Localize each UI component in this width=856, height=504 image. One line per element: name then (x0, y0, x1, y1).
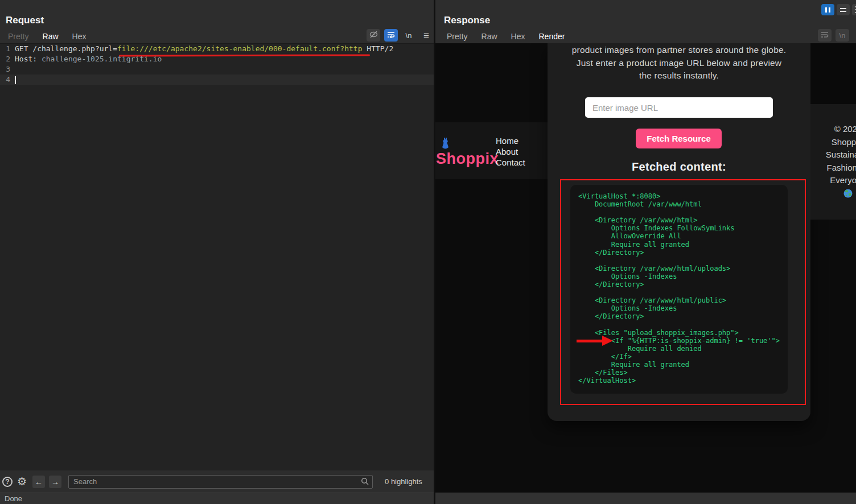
hide-nonprintable-button[interactable] (367, 29, 380, 42)
menu-bars-icon (840, 8, 846, 12)
pause-icon (825, 7, 827, 13)
host-header-value: challenge-1025.intigriti.io (42, 55, 162, 63)
window-control-buttons (821, 4, 856, 15)
line-number: 4 (0, 75, 10, 85)
search-input-wrap (68, 475, 373, 489)
eye-slash-icon (369, 30, 378, 41)
image-url-input[interactable] (585, 97, 773, 118)
line-number: 3 (0, 64, 10, 75)
footer-line: Everyone (791, 174, 856, 187)
request-line-2: 2Host: challenge-1025.intigriti.io (0, 54, 434, 64)
search-input[interactable] (68, 475, 373, 489)
line-number: 1 (0, 44, 10, 54)
soft-wrap-button[interactable] (384, 29, 398, 42)
search-previous-button[interactable]: ← (32, 476, 45, 488)
request-panel: Request Pretty Raw Hex \n ≡ (0, 0, 434, 493)
show-newlines-button[interactable]: \n (402, 29, 415, 42)
tab-request-hex[interactable]: Hex (65, 30, 93, 45)
shoppix-navbar: Shoppix Home About Contact (435, 122, 548, 179)
footer-text: © 2025 Shoppix. Sustainable Fashion for … (791, 123, 856, 201)
red-arrow-annotation (577, 340, 603, 342)
red-arrow-head (602, 336, 613, 346)
page-background-strip (810, 43, 856, 104)
fetched-content-heading: Fetched content: (548, 160, 810, 173)
host-header-name: Host: (15, 55, 42, 63)
hero-text: product images from partner stores aroun… (548, 44, 810, 82)
help-icon[interactable]: ? (2, 477, 13, 487)
soft-wrap-button-disabled[interactable] (818, 29, 832, 42)
newline-icon: \n (839, 31, 846, 40)
request-url-param: file:///etc/apache2/sites-enabled/000-de… (117, 44, 362, 53)
tab-response-hex[interactable]: Hex (504, 30, 532, 45)
globe-icon (791, 189, 856, 202)
soft-wrap-icon (387, 30, 395, 40)
hero-line-3: the results instantly. (548, 69, 810, 82)
hamburger-menu-icon: ≡ (423, 31, 429, 40)
nav-links: Home About Contact (496, 135, 525, 168)
request-line-1: 1GET /challenge.php?url=file:///etc/apac… (0, 44, 434, 54)
request-method-path: GET /challenge.php?url= (15, 44, 117, 53)
soft-wrap-icon (821, 30, 829, 40)
fetch-resource-button[interactable]: Fetch Resource (636, 129, 722, 148)
request-panel-title: Request (6, 15, 44, 26)
pause-button[interactable] (821, 4, 834, 15)
request-search-bar: ? ⚙ ← → 0 highlights (0, 470, 434, 493)
hero-line-1: product images from partner stores aroun… (548, 44, 810, 57)
response-menu-button[interactable]: ≡ (853, 29, 856, 42)
response-tabs: Pretty Raw Hex Render (440, 30, 571, 45)
tab-request-raw[interactable]: Raw (36, 30, 65, 45)
search-icon (361, 477, 369, 488)
nav-link-about[interactable]: About (496, 146, 525, 157)
tab-response-raw[interactable]: Raw (475, 30, 504, 45)
search-next-button[interactable]: → (49, 476, 61, 488)
status-bar: Done (0, 493, 856, 504)
extra-window-button[interactable] (852, 4, 856, 15)
burp-repeater-window: Request Pretty Raw Hex \n ≡ (0, 0, 856, 504)
response-panel-title: Response (444, 15, 490, 26)
nav-link-home[interactable]: Home (496, 135, 525, 146)
response-editor-toolbar: \n ≡ (818, 29, 856, 42)
highlights-count: 0 highlights (385, 477, 422, 486)
hero-line-2: Just enter a product image URL below and… (548, 57, 810, 70)
nav-link-contact[interactable]: Contact (496, 157, 525, 168)
apache-config-text: <VirtualHost *:8080> DocumentRoot /var/w… (578, 192, 788, 385)
response-panel: Response Pretty Raw Hex Render \n ≡ (435, 0, 856, 493)
request-line-4: 4 (0, 75, 434, 85)
gear-icon[interactable]: ⚙ (17, 475, 27, 488)
rendered-response-view: Shoppix Home About Contact product image… (435, 43, 856, 493)
line-number: 2 (0, 54, 10, 64)
request-tabs: Pretty Raw Hex (1, 30, 93, 45)
apache-config-block: <VirtualHost *:8080> DocumentRoot /var/w… (570, 185, 788, 394)
request-line-3: 3 (0, 64, 434, 75)
footer-line: Fashion for (791, 162, 856, 175)
request-editor-toolbar: \n ≡ (367, 29, 433, 42)
tab-response-pretty[interactable]: Pretty (440, 30, 475, 45)
show-newlines-button-disabled[interactable]: \n (836, 29, 849, 42)
panel-divider[interactable] (434, 0, 435, 504)
status-text: Done (5, 494, 22, 503)
text-cursor (15, 76, 16, 84)
brand-logo[interactable]: Shoppix (436, 150, 499, 168)
tab-request-pretty[interactable]: Pretty (1, 30, 36, 45)
request-http-version: HTTP/2 (362, 44, 393, 53)
request-editor[interactable]: 1GET /challenge.php?url=file:///etc/apac… (0, 43, 434, 470)
shoppix-main-card: product images from partner stores aroun… (548, 43, 810, 421)
footer-line: Sustainable (791, 148, 856, 162)
footer-line: © 2025 (791, 123, 856, 136)
footer-line: Shoppix. (791, 136, 856, 149)
request-menu-button[interactable]: ≡ (419, 29, 433, 42)
tab-response-render[interactable]: Render (532, 30, 572, 45)
newline-icon: \n (406, 31, 412, 40)
layout-menu-button[interactable] (837, 4, 850, 15)
